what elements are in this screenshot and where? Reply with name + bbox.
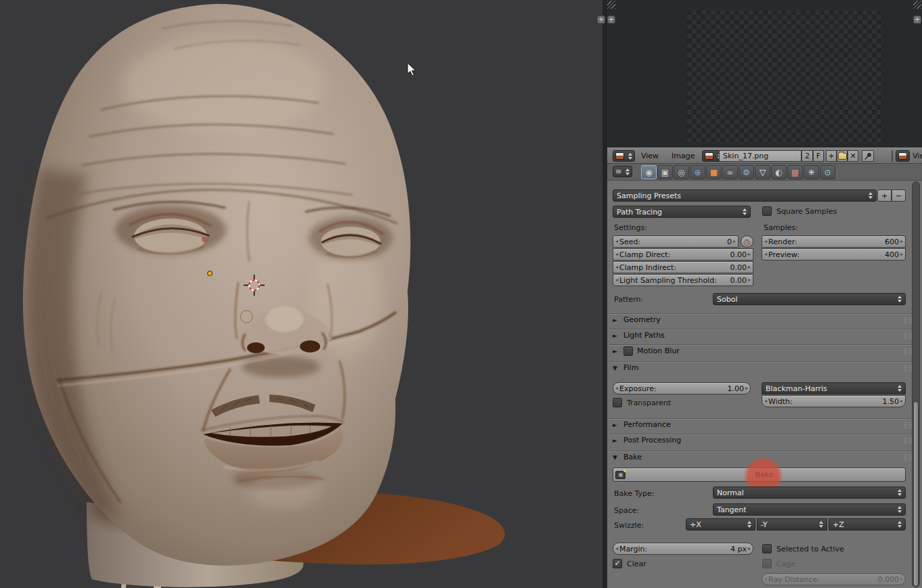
pattern-label: Pattern: — [614, 295, 643, 304]
transparent-label: Transparent — [627, 399, 671, 407]
image-name-field[interactable]: Skin_17.png — [719, 150, 802, 162]
render-camera-icon: ◉ — [645, 168, 652, 177]
texture-checker-icon: ▩ — [791, 168, 799, 177]
tab-material[interactable]: ◐ — [771, 165, 787, 179]
tab-object-data[interactable]: ▽ — [755, 165, 770, 179]
fake-user-button[interactable]: F — [813, 150, 824, 162]
seed-field[interactable]: ◂Seed:0▸ — [613, 235, 739, 248]
chevron-updown-icon — [625, 168, 630, 175]
light-sampling-threshold-field[interactable]: ◂Light Sampling Threshold:0.00▸ — [613, 274, 753, 286]
chevron-updown-icon — [628, 153, 632, 160]
panel-film[interactable]: ▼ Film⣿⣿ — [609, 361, 918, 374]
collapsed-arrow-icon: ► — [613, 317, 619, 323]
tab-modifiers[interactable]: ⚙ — [739, 165, 754, 179]
remove-preset-button[interactable]: − — [892, 189, 906, 202]
image-transparency-checker — [687, 10, 882, 143]
clamp-indirect-field[interactable]: ◂Clamp Indirect:0.00▸ — [613, 261, 753, 273]
sampling-presets-dropdown[interactable]: Sampling Presets — [613, 189, 877, 202]
editor-type-selector[interactable] — [613, 150, 635, 162]
collapsed-arrow-icon: ► — [613, 422, 619, 428]
uv-image-editor-canvas[interactable] — [607, 0, 922, 148]
collapsed-arrow-icon: ► — [613, 348, 619, 355]
modifiers-wrench-icon: ⚙ — [743, 168, 750, 177]
panel-performance[interactable]: ► Performance⣿⣿ — [609, 418, 918, 430]
filter-width-slider[interactable]: ◂Width:1.50▸ — [762, 395, 906, 407]
menu-view[interactable]: View — [641, 150, 659, 162]
clear-checkbox[interactable] — [613, 559, 622, 568]
space-dropdown[interactable]: Tangent — [713, 503, 906, 516]
expand-region-button[interactable]: + — [607, 16, 615, 24]
motion-blur-checkbox[interactable] — [623, 346, 633, 356]
tab-render[interactable]: ◉ — [641, 165, 657, 179]
pattern-dropdown[interactable]: Sobol — [713, 293, 906, 305]
new-image-button[interactable]: + — [826, 150, 837, 162]
image-editor-icon — [615, 152, 624, 160]
editor-type-selector[interactable] — [896, 150, 910, 162]
properties-editor-icon: ≡ — [615, 167, 621, 176]
pin-button[interactable] — [862, 150, 874, 162]
unlink-image-button[interactable]: ✕ — [848, 150, 858, 162]
collapsed-arrow-icon: ► — [613, 437, 619, 444]
image-users-count-button[interactable]: 2 — [802, 150, 813, 162]
menu-view-truncated[interactable]: Vie — [913, 152, 922, 160]
tab-render-layers[interactable]: ▣ — [657, 165, 673, 179]
panel-post-processing[interactable]: ► Post Processing⣿⣿ — [609, 434, 918, 446]
pixel-filter-dropdown[interactable]: Blackman-Harris — [762, 382, 906, 394]
pin-icon — [864, 152, 872, 160]
add-preset-button[interactable]: + — [877, 189, 892, 202]
chevron-updown-icon — [819, 521, 823, 528]
ray-distance-slider[interactable]: ◂Ray Distance:0.000▸ — [762, 573, 906, 585]
image-editor-icon — [898, 152, 907, 160]
integrator-dropdown[interactable]: Path Tracing — [613, 206, 751, 218]
clamp-direct-field[interactable]: ◂Clamp Direct:0.00▸ — [613, 248, 753, 261]
area-divider[interactable] — [602, 0, 607, 588]
swizzle-x-dropdown[interactable]: +X — [686, 518, 755, 530]
square-samples-checkbox[interactable] — [762, 206, 772, 216]
bake-type-dropdown[interactable]: Normal — [713, 487, 906, 499]
scrollbar-thumb[interactable] — [913, 401, 919, 587]
chevron-updown-icon — [898, 521, 902, 528]
tab-texture[interactable]: ▩ — [787, 165, 803, 179]
render-bake-icon — [615, 471, 625, 479]
margin-slider[interactable]: ◂Margin:4 px▸ — [613, 543, 753, 555]
material-sphere-icon: ◐ — [775, 168, 782, 177]
scrollbar[interactable] — [912, 181, 920, 587]
render-properties-panel: Sampling Presets + − Path Tracing Square… — [607, 181, 922, 588]
corner-grip[interactable] — [607, 1, 615, 9]
seed-animate-button[interactable]: ◷ — [741, 235, 753, 248]
panel-bake[interactable]: ▼ Bake⣿⣿ — [609, 451, 918, 463]
render-layers-icon: ▣ — [661, 168, 669, 177]
tab-object[interactable]: ■ — [706, 165, 722, 179]
preview-samples-field[interactable]: ◂Preview:400▸ — [762, 248, 906, 261]
tab-world[interactable]: ⊕ — [690, 165, 705, 179]
3d-viewport[interactable] — [0, 0, 602, 588]
selected-to-active-checkbox[interactable] — [762, 544, 772, 553]
bake-type-label: Bake Type: — [614, 489, 655, 498]
tab-scene[interactable]: ◎ — [674, 165, 689, 179]
properties-header: ≡ ◉ ▣ ◎ ⊕ ■ ∞ ⚙ ▽ ◐ ▩ ✳ ⊙ — [607, 164, 922, 181]
square-samples-label: Square Samples — [776, 207, 837, 216]
panel-light-paths[interactable]: ► Light Paths⣿⣿ — [609, 329, 918, 341]
tab-particles[interactable]: ✳ — [804, 165, 819, 179]
editor-type-selector[interactable]: ≡ — [613, 166, 632, 177]
cage-checkbox[interactable] — [762, 559, 772, 568]
tab-physics[interactable]: ⊙ — [820, 165, 835, 179]
transparent-checkbox[interactable] — [613, 398, 622, 407]
corner-grip[interactable] — [913, 1, 921, 9]
exposure-slider[interactable]: ◂Exposure:1.00▸ — [613, 382, 751, 394]
menu-image[interactable]: Image — [672, 150, 695, 162]
expand-region-button[interactable]: + — [913, 16, 921, 24]
tab-constraints[interactable]: ∞ — [722, 165, 738, 179]
selected-to-active-label: Selected to Active — [776, 545, 844, 553]
swizzle-label: Swizzle: — [614, 521, 644, 530]
panel-geometry[interactable]: ► Geometry⣿⣿ — [609, 313, 918, 325]
physics-icon: ⊙ — [824, 168, 831, 177]
constraints-chain-icon: ∞ — [727, 168, 734, 177]
bake-button[interactable]: Bake — [613, 468, 906, 482]
open-image-button[interactable] — [837, 150, 848, 162]
panel-motion-blur[interactable]: ► Motion Blur⣿⣿ — [609, 344, 918, 357]
render-samples-field[interactable]: ◂Render:600▸ — [762, 235, 906, 248]
swizzle-y-dropdown[interactable]: -Y — [757, 518, 827, 530]
swizzle-z-dropdown[interactable]: +Z — [829, 518, 906, 530]
expand-region-button[interactable]: + — [597, 16, 605, 24]
